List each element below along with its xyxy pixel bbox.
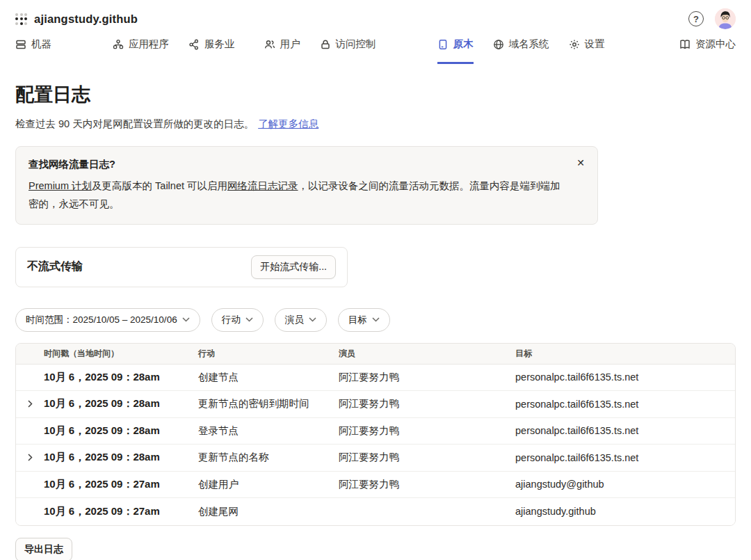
date-range-value: 时间范围：2025/10/05 – 2025/10/06 [26, 314, 177, 326]
table-body: 10月 6，2025 09：28am 创建节点 阿江要努力鸭 personalp… [16, 365, 735, 525]
chevron-right-icon [28, 454, 33, 461]
nav-label: 访问控制 [336, 38, 376, 51]
logs-icon [437, 39, 449, 50]
action-filter[interactable]: 行动 [211, 308, 264, 332]
target-filter-label: 目标 [348, 314, 367, 326]
chevron-down-icon [309, 317, 316, 322]
streaming-card: 不流式传输 开始流式传输... [15, 247, 348, 287]
row-expand-chevron[interactable] [16, 454, 44, 461]
streaming-status: 不流式传输 [27, 259, 83, 274]
chevron-right-icon [28, 400, 33, 408]
cell-actor: 阿江要努力鸭 [339, 371, 515, 384]
dns-icon [493, 39, 504, 50]
table-row: 10月 6，2025 09：28am 更新节点的密钥到期时间 阿江要努力鸭 pe… [16, 391, 735, 418]
cell-actor: 阿江要努力鸭 [339, 397, 515, 410]
services-icon [188, 39, 200, 50]
cell-action: 创建节点 [198, 371, 339, 384]
nav-label: 机器 [31, 38, 51, 51]
banner-title: 查找网络流量日志? [29, 158, 567, 171]
network-flow-logging-link[interactable]: 网络流日志记录 [227, 180, 298, 191]
header-timestamp: 时间戳（当地时间） [44, 348, 198, 360]
filter-bar: 时间范围：2025/10/05 – 2025/10/06 行动 演员 目标 [15, 308, 736, 332]
nav-item-settings[interactable]: 设置 [569, 32, 605, 64]
audit-log-table: 时间戳（当地时间） 行动 演员 目标 10月 6，2025 09：28am 创建… [15, 343, 736, 526]
nav-item-resource-center[interactable]: 资源中心 [679, 32, 736, 64]
close-icon[interactable]: ✕ [574, 156, 587, 170]
cell-action: 更新节点的名称 [198, 451, 339, 464]
nav-label: 设置 [585, 38, 605, 51]
header-action: 行动 [198, 348, 339, 360]
cell-target: personalpc.tail6f6135.ts.net [515, 452, 735, 463]
learn-more-link[interactable]: 了解更多信息 [258, 118, 318, 129]
actor-filter[interactable]: 演员 [275, 308, 327, 332]
table-row: 10月 6，2025 09：27am 创建用户 阿江要努力鸭 ajiangstu… [16, 472, 735, 499]
export-logs-button[interactable]: 导出日志 [15, 538, 72, 560]
access-controls-icon [320, 39, 331, 50]
cell-action: 登录节点 [198, 424, 339, 438]
date-range-filter[interactable]: 时间范围：2025/10/05 – 2025/10/06 [15, 308, 200, 332]
nav-item-services[interactable]: 服务业 [188, 32, 235, 64]
cell-target: personalpc.tail6f6135.ts.net [515, 399, 735, 410]
avatar-illustration [715, 8, 736, 29]
banner-body: Premium 计划及更高版本的 Tailnet 可以启用网络流日志记录，以记录… [29, 177, 564, 213]
nav-item-machines[interactable]: 机器 [15, 32, 51, 64]
page-description: 检查过去 90 天内对尾网配置设置所做的更改的日志。了解更多信息 [15, 118, 736, 131]
table-row: 10月 6，2025 09：28am 登录节点 阿江要努力鸭 personalp… [16, 418, 735, 445]
cell-actor: 阿江要努力鸭 [339, 478, 515, 491]
nav-item-users[interactable]: 用户 [264, 32, 300, 64]
table-header-row: 时间戳（当地时间） 行动 演员 目标 [16, 344, 735, 365]
nav-item-logs[interactable]: 原木 [437, 32, 474, 64]
cell-action: 创建用户 [198, 478, 339, 491]
cell-actor: 阿江要努力鸭 [339, 424, 515, 438]
help-glyph: ? [693, 14, 699, 24]
cell-timestamp: 10月 6，2025 09：28am [44, 424, 198, 438]
cell-target: ajiangstudy.github [515, 506, 735, 517]
premium-plan-link[interactable]: Premium 计划 [29, 180, 92, 191]
nav-item-access-controls[interactable]: 访问控制 [320, 32, 376, 64]
nav-label: 域名系统 [509, 38, 549, 51]
nav-item-dns[interactable]: 域名系统 [493, 32, 549, 64]
table-row: 10月 6，2025 09：28am 更新节点的名称 阿江要努力鸭 person… [16, 445, 735, 472]
cell-timestamp: 10月 6，2025 09：27am [44, 478, 198, 491]
cell-timestamp: 10月 6，2025 09：28am [44, 371, 198, 384]
chevron-down-icon [372, 317, 380, 322]
target-filter[interactable]: 目标 [338, 308, 390, 332]
table-row: 10月 6，2025 09：28am 创建节点 阿江要努力鸭 personalp… [16, 365, 735, 392]
cell-action: 更新节点的密钥到期时间 [198, 397, 339, 410]
cell-timestamp: 10月 6，2025 09：28am [44, 397, 198, 410]
header-target: 目标 [515, 348, 735, 360]
cell-target: personalpc.tail6f6135.ts.net [515, 371, 735, 383]
settings-icon [569, 39, 580, 50]
chevron-down-icon [182, 317, 190, 322]
main-nav: 机器 应用程序 服务业 用户 访问控制 原木 [0, 32, 751, 64]
apps-icon [113, 39, 124, 50]
chevron-down-icon [245, 317, 253, 322]
page-title: 配置日志 [15, 82, 736, 107]
start-streaming-button[interactable]: 开始流式传输... [251, 255, 336, 279]
nav-label: 用户 [280, 38, 300, 51]
description-text: 检查过去 90 天内对尾网配置设置所做的更改的日志。 [15, 118, 254, 129]
nav-label: 资源中心 [695, 38, 736, 51]
cell-target: personalpc.tail6f6135.ts.net [515, 425, 735, 436]
main-content: 配置日志 检查过去 90 天内对尾网配置设置所做的更改的日志。了解更多信息 查找… [0, 82, 751, 560]
header-actor: 演员 [339, 348, 515, 360]
cell-timestamp: 10月 6，2025 09：28am [44, 451, 198, 464]
export-row: 导出日志 [15, 538, 736, 560]
row-expand-chevron[interactable] [16, 400, 44, 408]
nav-item-apps[interactable]: 应用程序 [113, 32, 169, 64]
users-icon [264, 39, 275, 50]
avatar[interactable] [715, 8, 736, 29]
help-icon[interactable]: ? [688, 11, 704, 26]
tailscale-logo-icon [15, 13, 27, 25]
resource-center-icon [679, 39, 691, 50]
cell-timestamp: 10月 6，2025 09：27am [44, 505, 198, 518]
topbar: ajiangstudy.github ? [0, 0, 751, 32]
network-flow-logs-banner: 查找网络流量日志? Premium 计划及更高版本的 Tailnet 可以启用网… [15, 146, 598, 225]
actor-filter-label: 演员 [285, 314, 304, 326]
cell-actor: 阿江要努力鸭 [339, 451, 515, 464]
cell-target: ajiangstudy@github [515, 479, 735, 490]
machines-icon [15, 39, 26, 50]
banner-text-1: 及更高版本的 Tailnet 可以启用 [92, 180, 227, 191]
org-name: ajiangstudy.github [34, 13, 138, 26]
nav-label: 应用程序 [129, 38, 169, 51]
